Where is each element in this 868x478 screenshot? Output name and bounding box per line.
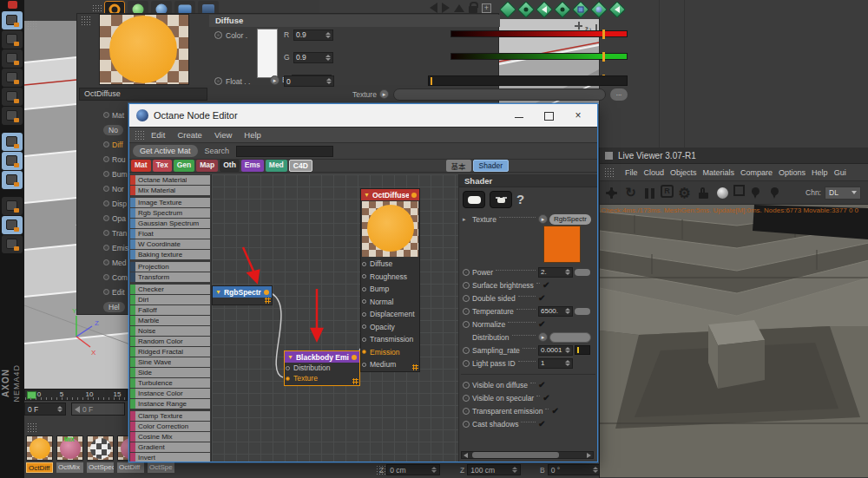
node-octdiffuse[interactable]: ▼OctDiffuse DiffuseRoughnessBumpNormalDi… [360,188,420,372]
value-stepper-icon[interactable] [326,55,331,61]
channel-slider-g[interactable] [450,53,628,60]
node-list-item[interactable]: Instance Range [130,399,210,409]
frame-nav-field[interactable]: 0 F [71,403,125,416]
dock-grip[interactable] [27,422,36,433]
node-resize-handle[interactable] [352,378,358,384]
node-list-item[interactable]: W Coordinate [130,239,210,249]
live-viewer-menubar-grip[interactable] [604,167,614,178]
port-normal[interactable]: Normal [361,296,419,309]
channel-disp[interactable]: Disp [103,196,129,211]
port-distribution[interactable]: Distribution [285,363,359,373]
workplane-paren-icon[interactable] [2,235,23,253]
value-stepper-icon[interactable] [565,347,570,353]
node-list-item[interactable]: Mix Material [130,186,210,195]
help-button[interactable]: ? [516,192,524,206]
material-label[interactable]: OctSpec [87,462,114,473]
channel-tran[interactable]: Tran [103,226,129,240]
mini-slider[interactable] [575,345,590,355]
node-resize-handle[interactable] [412,364,418,370]
scroll-left-icon[interactable] [464,453,468,458]
tab-gen[interactable]: Gen [174,160,195,172]
value-slider[interactable] [575,308,590,315]
snap-tool-icon[interactable] [2,171,23,189]
texture-mode-icon[interactable] [2,30,23,49]
node-list-item[interactable]: Dirt [130,295,210,304]
value-field[interactable]: 1 [538,358,573,369]
slider-handle[interactable] [602,29,605,39]
channel-radio[interactable] [103,112,109,118]
checkbox-checked-icon[interactable]: ✔ [551,406,558,416]
channel-radio[interactable] [103,289,109,295]
node-list-item[interactable]: Color Correction [130,422,210,431]
channel-value-field[interactable]: 0.9 [293,52,333,63]
float-value-field[interactable]: 0 [284,75,334,87]
points-mode-icon[interactable] [2,69,23,87]
port-diffuse[interactable]: Diffuse [361,258,419,271]
node-list-item[interactable]: Projection [130,262,210,272]
parameter-radio[interactable] [463,295,470,302]
channel-radio[interactable] [103,215,109,221]
node-list-item[interactable]: Clamp Texture [130,411,210,421]
channel-opa[interactable]: Opa [103,211,129,226]
value-field[interactable]: 6500. [538,306,573,317]
value-stepper-icon[interactable] [565,360,570,366]
diffuse-color-swatch[interactable] [257,29,278,78]
back-arrow-icon[interactable] [430,3,437,13]
tab-mat[interactable]: Mat [131,160,151,172]
node-list-item[interactable]: Float [130,229,210,239]
scroll-right-icon[interactable] [587,453,591,458]
lv-menu-file[interactable]: File [625,168,638,177]
tab-map[interactable]: Map [196,160,218,172]
parameter-radio[interactable] [463,321,470,328]
coordinate-value-field[interactable]: 100 cm [467,464,521,475]
layout-diamond-icon[interactable] [590,1,608,18]
port-dot[interactable] [362,350,366,354]
node-list-item[interactable]: Octane Material [130,175,210,185]
parameter-radio[interactable] [463,395,470,402]
port-displacement[interactable]: Displacement [361,308,419,321]
maximize-button[interactable] [543,110,554,121]
emission-color-swatch[interactable] [543,226,581,263]
channel-radio[interactable] [103,245,109,251]
color-radio[interactable] [214,31,222,39]
render-view[interactable]: Check:4ms./173ms. MeshGen:5ms. Update[M]… [600,205,868,477]
value-stepper-icon[interactable] [512,467,517,473]
checkbox-checked-icon[interactable]: ✔ [542,393,549,403]
model-mode-icon[interactable] [2,11,23,29]
port-roughness[interactable]: Roughness [361,271,419,284]
tab-shader[interactable]: Shader [473,160,509,172]
port-dot[interactable] [362,274,366,278]
menubar-grip[interactable] [135,130,144,141]
parameter-radio[interactable] [463,360,470,367]
port-dot[interactable] [362,262,366,266]
emission-type-blackbody-button[interactable] [463,191,485,208]
port-dot[interactable] [362,324,366,329]
material-thumbnail[interactable] [26,435,53,461]
parameter-radio[interactable] [463,282,470,289]
parameter-radio[interactable] [463,408,470,415]
prev-frame-icon[interactable] [75,406,80,413]
node-list-item[interactable]: Sine Wave [130,357,210,367]
channel-radio[interactable] [103,141,109,147]
gear-icon[interactable]: ⚙ [676,185,693,201]
emission-type-texture-button[interactable] [490,191,512,208]
lv-menu-materials[interactable]: Materials [703,168,735,177]
node-blackbody-emission[interactable]: ▼Blackbody Emiss DistributionTexture [284,350,360,386]
output-port-dot[interactable] [264,290,269,295]
channel-bum[interactable]: Bum [103,167,129,181]
material-thumbnail[interactable] [87,435,114,461]
channel-mat[interactable]: Mat [103,108,129,122]
port-transmission[interactable]: Transmission [361,333,419,346]
layout-diamond-icon[interactable] [572,1,589,18]
layout-diamond-icon[interactable] [499,1,516,18]
port-dot[interactable] [286,377,290,381]
port-dot[interactable] [286,366,290,370]
texture-expand-icon[interactable]: ▸ [379,89,389,99]
tab-c4d[interactable]: C4D [289,160,312,172]
search-input[interactable] [236,146,333,157]
channel-nor[interactable]: Nor [103,181,129,196]
node-list-item[interactable]: Ridged Fractal [130,347,210,357]
port-opacity[interactable]: Opacity [361,321,419,334]
link-expand-icon[interactable]: ▸ [538,332,548,342]
menu-help[interactable]: Help [244,130,261,140]
